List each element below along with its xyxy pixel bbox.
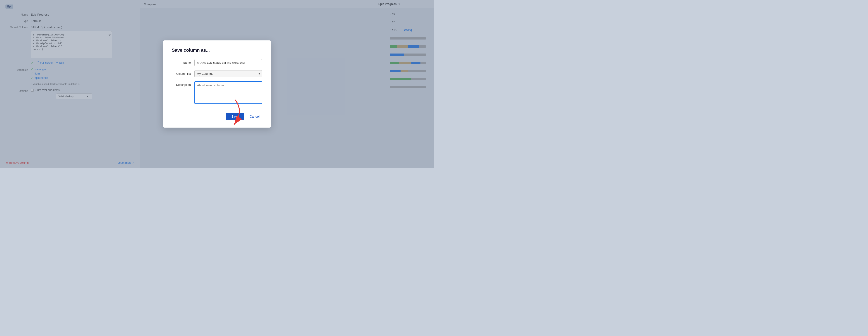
modal-name-row: Name [172,59,262,66]
modal-name-input[interactable] [194,59,262,66]
modal-column-list-wrapper: My Columns Shared Columns ▾ [194,70,262,77]
modal-name-label: Name [172,59,194,64]
modal-description-row: Description [172,81,262,104]
modal-footer: Save Cancel [172,108,262,120]
modal-overlay: Save column as... Name Column list My Co… [0,0,434,168]
modal-column-list-select[interactable]: My Columns Shared Columns [194,70,262,77]
modal-title: Save column as... [172,48,262,53]
modal-description-textarea[interactable] [194,81,262,104]
modal-column-list-row: Column list My Columns Shared Columns ▾ [172,70,262,77]
modal-column-list-label: Column list [172,70,194,75]
modal-description-label: Description [172,81,194,87]
save-column-modal: Save column as... Name Column list My Co… [163,40,271,128]
save-button[interactable]: Save [226,113,244,120]
cancel-button[interactable]: Cancel [247,113,262,120]
